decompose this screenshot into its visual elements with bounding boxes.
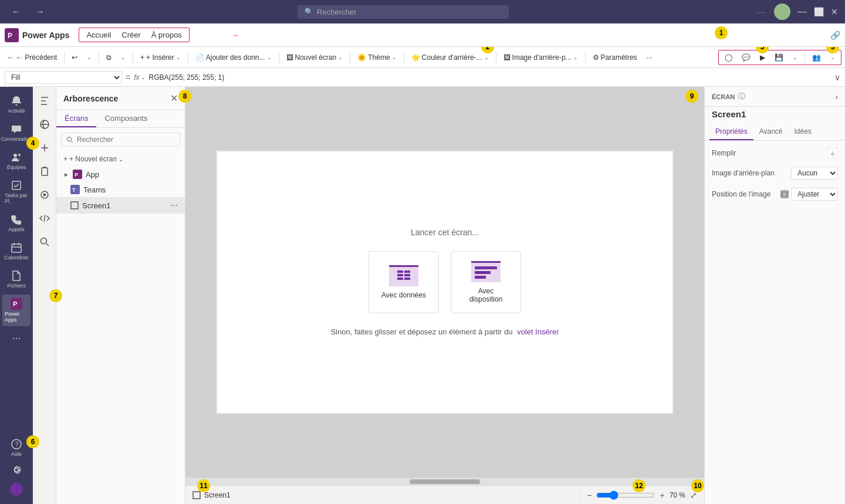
screen1-more-btn[interactable]: ··· [170, 200, 178, 211]
remote-btn[interactable]: ◯ [721, 52, 736, 63]
zoom-slider[interactable] [596, 491, 655, 500]
rp-expand-btn[interactable]: › [835, 92, 838, 102]
sidebar-item-tasks[interactable]: Tasks par Pl. [2, 176, 31, 208]
bg-color-btn[interactable]: 🌟 Couleur d'arrière-... ⌄ [408, 52, 492, 63]
insert-btn[interactable]: + + Insérer ⌄ [137, 52, 184, 63]
sidebar-item-powerapps[interactable]: P Power Apps [2, 295, 31, 326]
undo-dropdown[interactable]: ⌄ [83, 53, 95, 62]
rp-help-icon[interactable]: ⓘ [738, 92, 745, 102]
formula-input[interactable] [149, 73, 831, 82]
clipboard-icon [39, 166, 50, 177]
publish-btn[interactable]: 👥 [809, 52, 824, 63]
user-avatar[interactable] [774, 4, 790, 20]
scrollbar-thumb-h[interactable] [410, 479, 480, 484]
code-icon [39, 213, 50, 224]
property-selector[interactable]: Fill [5, 71, 122, 84]
formula-bar: Fill = fx ⌄ ∨ [0, 68, 845, 87]
svg-rect-23 [397, 274, 403, 276]
nav-creer[interactable]: Créer [117, 29, 146, 40]
ss-code-icon[interactable] [35, 209, 54, 228]
sidebar-item-appels[interactable]: Appels [2, 210, 31, 236]
sidebar-item-profile[interactable] [2, 479, 31, 499]
rp-tab-avance[interactable]: Avancé [753, 124, 789, 140]
color-picker-icon[interactable] [827, 148, 838, 158]
comment-btn[interactable]: 💬 [738, 52, 754, 63]
tree-item-teams[interactable]: T Teams [56, 182, 185, 197]
avec-donnees-label: Avec données [381, 291, 426, 299]
files-icon [11, 270, 22, 282]
svg-rect-5 [12, 244, 21, 252]
svg-text:P: P [13, 300, 17, 307]
tab-composants[interactable]: Composants [96, 110, 156, 127]
maximize-button[interactable]: ⬜ [814, 7, 824, 16]
formula-fx[interactable]: fx ⌄ [134, 73, 145, 82]
back-btn[interactable]: ← ← Précédent [4, 52, 60, 63]
sidebar-label-activite: Activité [8, 108, 25, 114]
status-screen-label-area: Screen1 [185, 491, 580, 499]
ss-search-icon[interactable] [35, 232, 54, 251]
nav-apropos[interactable]: À propos [147, 29, 187, 40]
tree-item-screen1[interactable]: Screen1 ··· [56, 197, 185, 214]
new-screen-btn[interactable]: 🖼 Nouvel écran ⌄ [283, 52, 347, 63]
nav-accueil[interactable]: Accueil [82, 29, 116, 40]
app-wrapper: ← → 🔍 Rechercher ··· — ⬜ ✕ P Power Apps [0, 0, 845, 504]
badge-7: 7 [49, 289, 62, 302]
canvas-scroll-area[interactable]: Lancer cet écran... [185, 87, 704, 477]
minimize-button[interactable]: — [797, 6, 807, 17]
canvas-scrollbar-h[interactable] [185, 477, 704, 485]
ss-clipboard-icon[interactable] [35, 162, 54, 181]
copy-dropdown[interactable]: ⌄ [117, 53, 129, 62]
zoom-plus-btn[interactable]: + [660, 491, 664, 500]
sidebar-item-equipes[interactable]: Équipes [2, 148, 31, 174]
ss-media-icon[interactable] [35, 185, 54, 204]
more-options[interactable]: ··· [757, 8, 767, 16]
canvas-hint-area: Sinon, faites glisser et déposez un élém… [330, 327, 559, 336]
more-btn[interactable]: ··· [643, 52, 656, 63]
grid-preview-icon [389, 265, 418, 286]
back-button[interactable]: ← [7, 4, 26, 19]
publish-dropdown[interactable]: ⌄ [827, 53, 839, 62]
close-button[interactable]: ✕ [831, 7, 838, 16]
sidebar-item-fichiers[interactable]: Fichiers [2, 266, 31, 292]
ss-globe-icon[interactable] [35, 115, 54, 134]
avec-disposition-btn[interactable]: Avec disposition [451, 251, 521, 313]
rp-select-bg-image[interactable]: Aucun [791, 167, 838, 180]
new-screen-action[interactable]: + + Nouvel écran ⌄ [61, 154, 126, 164]
theme-btn[interactable]: 🌞 Thème ⌄ [354, 52, 400, 63]
save-dropdown[interactable]: ⌄ [789, 53, 801, 62]
sidebar-item-activite[interactable]: Activité [2, 92, 31, 117]
ss-tree-icon[interactable] [35, 92, 54, 110]
rp-tab-proprietes[interactable]: Propriétés [709, 124, 753, 140]
tree-item-app[interactable]: ► P App [56, 167, 185, 182]
tree-item-teams-label: Teams [83, 185, 106, 194]
copy-btn[interactable]: ⧉ [103, 52, 115, 63]
zoom-minus-btn[interactable]: − [587, 491, 592, 500]
title-bar-center: 🔍 Rechercher [49, 5, 757, 19]
tree-close-btn[interactable]: ✕ [170, 93, 178, 104]
divider-5 [279, 52, 279, 63]
canvas-hint-link[interactable]: volet Insérer [517, 327, 559, 336]
search-box[interactable]: 🔍 Rechercher [298, 5, 509, 19]
forward-button[interactable]: → [31, 4, 49, 19]
tree-actions: + + Nouvel écran ⌄ [56, 151, 185, 167]
rp-tab-idees[interactable]: Idées [789, 124, 817, 140]
tab-ecrans[interactable]: Écrans [56, 110, 96, 127]
rp-select-img-pos[interactable]: Ajuster [791, 188, 838, 201]
sidebar-item-calendrier[interactable]: Calendrier [2, 238, 31, 264]
undo-btn[interactable]: ↩ [68, 52, 81, 63]
title-bar-right: ··· — ⬜ ✕ [757, 4, 838, 20]
rp-prop-remplir: Remplir [712, 148, 838, 158]
sidebar-item-settings[interactable] [2, 461, 31, 479]
connection-icon[interactable]: 🔗 [830, 31, 840, 40]
layout-line-2 [475, 271, 491, 274]
bg-image-btn[interactable]: 🖼 Image d'arrière-p... ⌄ [500, 52, 582, 63]
add-data-btn[interactable]: 📄 Ajouter des donn... ⌄ [192, 52, 275, 63]
formula-expand-btn[interactable]: ∨ [834, 73, 840, 82]
media-icon [39, 190, 50, 200]
settings-btn[interactable]: ⚙ Paramètres [589, 52, 641, 63]
tree-search-input[interactable] [77, 136, 175, 144]
avec-donnees-btn[interactable]: Avec données [369, 251, 439, 313]
sidebar-item-more[interactable]: ··· [2, 329, 31, 348]
save-btn[interactable]: 💾 [771, 52, 787, 63]
title-bar-left: ← → [7, 4, 49, 19]
